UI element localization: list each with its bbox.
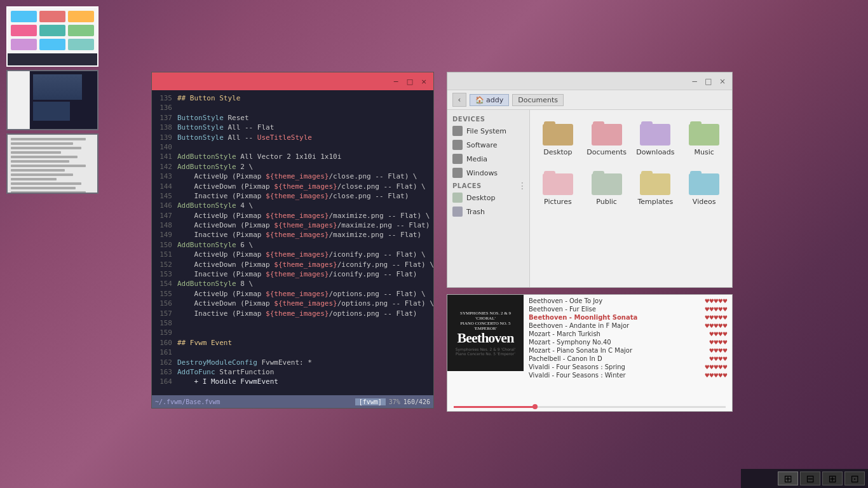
line-number: 148 xyxy=(155,220,177,230)
line-number: 161 xyxy=(155,348,177,357)
progress-bar-bg[interactable] xyxy=(454,406,726,408)
file-manager-window: − □ × ‹ 🏠 addy Documents DEVICES File Sy… xyxy=(447,72,733,288)
line-number: 150 xyxy=(155,240,177,250)
line-content: AddButtonStyle 4 \ xyxy=(177,201,253,210)
line-content: ActiveDown (Pixmap ${theme_images}/close… xyxy=(177,182,426,191)
taskbar-btn-layout2[interactable]: ⊟ xyxy=(800,471,820,485)
line-content: AddButtonStyle 2 \ xyxy=(177,162,253,172)
code-line: 138ButtonStyle All -- Flat xyxy=(152,123,433,132)
track-name: Mozart - Symphony No.40 xyxy=(529,339,709,346)
sidebar-item-trash[interactable]: Trash xyxy=(447,205,529,219)
taskbar: ⊞⊟⊞⊡ xyxy=(741,469,868,488)
track-item[interactable]: Mozart - Symphony No.40♥♥♥♥ xyxy=(527,338,729,346)
taskbar-btn-layout1[interactable]: ⊞ xyxy=(778,471,798,485)
track-item[interactable]: Pachelbell - Canon In D♥♥♥♥ xyxy=(527,355,729,363)
fm-maximize-btn[interactable]: □ xyxy=(704,77,713,86)
code-line: 155 ActiveUp (Pixmap ${theme_images}/opt… xyxy=(152,289,433,299)
sidebar-item-media[interactable]: Media xyxy=(447,152,529,166)
trash-icon xyxy=(452,207,463,217)
line-number: 152 xyxy=(155,260,177,269)
folder-item-downloads[interactable]: Downloads xyxy=(633,115,679,161)
track-name: Beethoven - Ode To Joy xyxy=(529,297,705,304)
fm-toolbar: ‹ 🏠 addy Documents xyxy=(447,90,732,110)
sidebar-item-desktop[interactable]: Desktop xyxy=(447,191,529,205)
track-rating: ♥♥♥♥♥ xyxy=(705,372,727,379)
line-number: 153 xyxy=(155,269,177,279)
folder-item-desktop[interactable]: Desktop xyxy=(535,115,581,161)
folder-item-music[interactable]: Music xyxy=(681,115,727,161)
fm-minimize-btn[interactable]: − xyxy=(690,77,699,86)
track-item[interactable]: Vivaldi - Four Seasons : Spring♥♥♥♥♥ xyxy=(527,363,729,371)
line-content: ActiveUp (Pixmap ${theme_images}/maximiz… xyxy=(177,211,430,220)
track-item[interactable]: Vivaldi - Four Seasons : Winter♥♥♥♥♥ xyxy=(527,371,729,379)
track-item[interactable]: Beethoven - Moonlight Sonata♥♥♥♥♥ xyxy=(527,313,729,322)
editor-maximize-btn[interactable]: □ xyxy=(405,77,414,86)
line-content: AddButtonStyle All Vector 2 1x10i 1x10i xyxy=(177,152,341,161)
code-line: 140 xyxy=(152,142,433,152)
track-item[interactable]: Beethoven - Fur Elise♥♥♥♥♥ xyxy=(527,305,729,313)
track-name: Beethoven - Moonlight Sonata xyxy=(529,314,705,321)
sidebar-item-filesystem[interactable]: File System xyxy=(447,124,529,138)
taskbar-btn-layout3[interactable]: ⊞ xyxy=(822,471,843,485)
line-content: ## Fvwm Event xyxy=(177,338,232,348)
sidebar-item-label: File System xyxy=(466,127,506,135)
track-item[interactable]: Mozart - Piano Sonata In C Major♥♥♥♥ xyxy=(527,346,729,355)
folder-item-documents[interactable]: Documents xyxy=(584,115,630,161)
track-list: Beethoven - Ode To Joy♥♥♥♥♥Beethoven - F… xyxy=(524,295,732,406)
line-content: ActiveDown (Pixmap ${theme_images}/optio… xyxy=(177,299,433,308)
folder-icon xyxy=(689,170,719,195)
thumbnail-3[interactable] xyxy=(6,133,98,194)
fm-body: DEVICES File System Software Media Windo… xyxy=(447,110,732,287)
track-item[interactable]: Mozart - March Turkish♥♥♥♥ xyxy=(527,330,729,338)
track-item[interactable]: Beethoven - Andante in F Major♥♥♥♥♥ xyxy=(527,322,729,330)
line-number: 154 xyxy=(155,279,177,288)
fm-breadcrumb[interactable]: Documents xyxy=(512,94,564,106)
folder-icon xyxy=(640,120,670,146)
track-name: Beethoven - Andante in F Major xyxy=(529,322,705,329)
code-line: 142AddButtonStyle 2 \ xyxy=(152,162,433,172)
music-player-window: SYMPHONIES NOS. 2 & 9 'CHORAL'PIANO CONC… xyxy=(447,294,733,412)
line-number: 135 xyxy=(155,93,177,103)
folder-item-templates[interactable]: Templates xyxy=(633,165,679,211)
line-number: 137 xyxy=(155,113,177,123)
code-line: 156 ActiveDown (Pixmap ${theme_images}/o… xyxy=(152,299,433,308)
code-line: 141AddButtonStyle All Vector 2 1x10i 1x1… xyxy=(152,152,433,161)
track-rating: ♥♥♥♥ xyxy=(709,348,727,354)
line-content: Inactive (Pixmap ${theme_images}/options… xyxy=(177,309,417,318)
progress-bar-fill xyxy=(454,406,535,408)
folder-label: Videos xyxy=(693,198,716,206)
line-content: AddToFunc StartFunction xyxy=(177,367,274,377)
folder-item-pictures[interactable]: Pictures xyxy=(535,165,581,211)
code-line: 151 ActiveUp (Pixmap ${theme_images}/ico… xyxy=(152,250,433,259)
folder-label: Public xyxy=(596,198,617,206)
code-area[interactable]: 135## Button Style136137ButtonStyle Rese… xyxy=(152,90,433,395)
track-rating: ♥♥♥♥ xyxy=(709,331,727,337)
fm-home-button[interactable]: 🏠 addy xyxy=(470,94,509,106)
track-item[interactable]: Beethoven - Ode To Joy♥♥♥♥♥ xyxy=(527,297,729,305)
fm-back-button[interactable]: ‹ xyxy=(452,93,466,107)
sidebar-item-windows[interactable]: Windows xyxy=(447,166,529,180)
track-rating: ♥♥♥♥♥ xyxy=(705,323,727,329)
folder-item-public[interactable]: Public xyxy=(584,165,630,211)
sidebar-item-label: Trash xyxy=(466,208,485,216)
track-rating: ♥♥♥♥♥ xyxy=(705,315,727,321)
folder-icon xyxy=(640,170,670,195)
track-name: Vivaldi - Four Seasons : Spring xyxy=(529,363,705,370)
code-line: 153 Inactive (Pixmap ${theme_images}/ico… xyxy=(152,269,433,279)
taskbar-btn-layout4[interactable]: ⊡ xyxy=(844,471,865,485)
sidebar-item-software[interactable]: Software xyxy=(447,138,529,152)
folder-label: Music xyxy=(694,148,714,156)
thumbnail-2[interactable] xyxy=(6,70,98,130)
folder-item-videos[interactable]: Videos xyxy=(681,165,727,211)
places-add-btn[interactable]: ⋮ xyxy=(518,180,527,191)
line-number: 145 xyxy=(155,191,177,201)
line-number: 158 xyxy=(155,318,177,328)
line-content: ButtonStyle All -- Flat xyxy=(177,123,274,132)
thumbnail-1[interactable] xyxy=(6,6,98,67)
fm-close-btn[interactable]: × xyxy=(718,77,727,86)
editor-minimize-btn[interactable]: − xyxy=(391,77,400,86)
line-number: 159 xyxy=(155,328,177,337)
editor-close-btn[interactable]: × xyxy=(419,77,428,86)
line-content: ActiveUp (Pixmap ${theme_images}/options… xyxy=(177,289,426,299)
album-artist: Beethoven xyxy=(458,331,514,345)
